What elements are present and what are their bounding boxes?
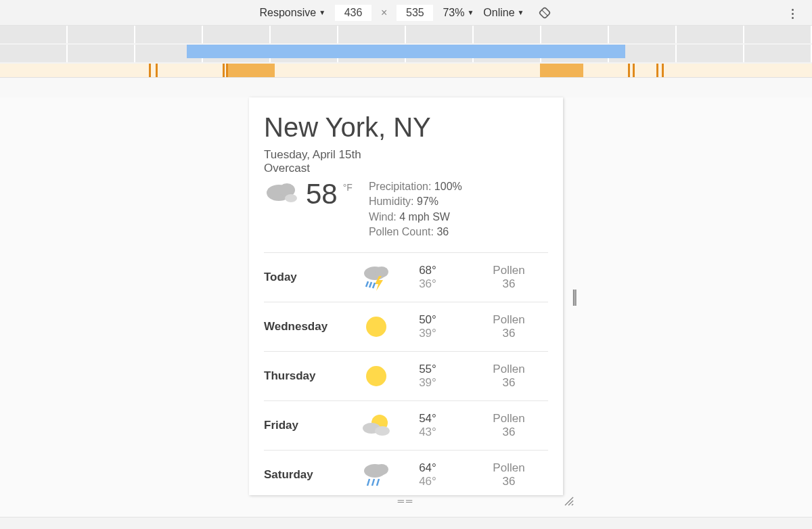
forecast-temps: 64°46° (401, 461, 455, 488)
svg-point-7 (285, 194, 297, 202)
weather-card: New York, NY Tuesday, April 15th Overcas… (249, 97, 563, 495)
svg-line-11 (366, 281, 368, 287)
forecast-temps: 50°39° (401, 313, 455, 340)
forecast-low: 39° (401, 327, 455, 340)
resize-handle-bottom[interactable]: ══ (398, 496, 414, 506)
status-bar (0, 517, 812, 529)
location-title: New York, NY (264, 112, 548, 143)
resize-handle-right[interactable]: || (571, 286, 575, 307)
humidity-value: 97% (417, 196, 438, 207)
forecast-row: Friday54°43°Pollen36 (264, 401, 548, 451)
chevron-down-icon: ▼ (319, 9, 325, 16)
mq-segment[interactable] (226, 64, 275, 77)
rain-icon (352, 461, 401, 488)
device-mode-select[interactable]: Responsive ▼ (260, 7, 326, 19)
viewport-canvas: || ══ New York, NY Tuesday, April 15th O… (0, 97, 812, 517)
zoom-select[interactable]: 73% ▼ (443, 7, 474, 19)
forecast-day: Wednesday (264, 320, 352, 334)
forecast-low: 46° (401, 475, 455, 488)
svg-line-22 (372, 479, 374, 486)
forecast-day: Saturday (264, 468, 352, 482)
rotate-icon[interactable] (537, 5, 552, 20)
svg-line-23 (377, 479, 379, 486)
forecast-pollen: Pollen36 (475, 264, 543, 291)
svg-line-4 (572, 504, 573, 505)
wind-label: Wind: (369, 211, 397, 223)
mq-tick[interactable] (223, 64, 225, 77)
throttle-label: Online (483, 7, 514, 19)
forecast-row: Today68°36°Pollen36 (264, 253, 548, 302)
precip-value: 100% (434, 181, 462, 192)
forecast-day: Friday (264, 419, 352, 432)
svg-point-9 (375, 267, 388, 277)
mq-tick[interactable] (628, 64, 630, 77)
viewport-width-input[interactable] (335, 5, 371, 21)
forecast-temps: 68°36° (401, 264, 455, 291)
forecast-temps: 55°39° (401, 363, 455, 390)
forecast-high: 68° (401, 264, 455, 277)
forecast-high: 55° (401, 363, 455, 376)
forecast-low: 39° (401, 376, 455, 390)
forecast-pollen: Pollen36 (475, 461, 543, 488)
forecast-day: Thursday (264, 369, 352, 383)
chevron-down-icon: ▼ (467, 9, 474, 16)
forecast-high: 54° (401, 412, 455, 426)
viewport-height-input[interactable] (397, 5, 433, 21)
mq-tick[interactable] (656, 64, 658, 77)
current-conditions: 58 °F Precipitation: 100% Humidity: 97% … (264, 178, 548, 253)
current-details: Precipitation: 100% Humidity: 97% Wind: … (369, 179, 462, 240)
media-query-bars (0, 26, 812, 78)
forecast-temps: 54°43° (401, 412, 455, 439)
overcast-icon (264, 178, 300, 208)
precip-label: Precipitation: (369, 181, 432, 192)
forecast-row: Wednesday50°39°Pollen36 (264, 302, 548, 352)
forecast-high: 64° (401, 461, 455, 475)
device-mode-label: Responsive (260, 7, 317, 19)
partly-cloudy-icon (352, 412, 401, 439)
mq-tick[interactable] (662, 64, 664, 77)
svg-line-12 (369, 282, 371, 288)
svg-point-18 (375, 426, 390, 436)
zoom-label: 73% (443, 7, 464, 19)
svg-line-13 (373, 283, 375, 288)
mq-tick[interactable] (633, 64, 635, 77)
sunny-icon (352, 313, 401, 340)
forecast-row: Saturday64°46°Pollen36 (264, 451, 548, 495)
mq-tick[interactable] (156, 64, 158, 77)
current-temp: 58 (306, 178, 338, 210)
forecast-list: Today68°36°Pollen36Wednesday50°39°Pollen… (264, 253, 548, 495)
forecast-day: Today (264, 271, 352, 284)
dimension-separator: × (381, 7, 387, 19)
svg-line-1 (542, 9, 549, 16)
device-toolbar: Responsive ▼ × 73% ▼ Online ▼ (0, 0, 812, 26)
breakpoint-range-bar[interactable] (187, 45, 625, 58)
svg-line-21 (367, 479, 369, 486)
more-options-icon[interactable] (785, 6, 800, 21)
humidity-label: Humidity: (369, 196, 414, 207)
forecast-low: 43° (401, 426, 455, 439)
sunny-icon (352, 363, 401, 390)
svg-point-20 (375, 464, 388, 475)
throttle-select[interactable]: Online ▼ (483, 7, 524, 19)
forecast-pollen: Pollen36 (475, 363, 543, 390)
breakpoint-blue-row[interactable] (0, 45, 812, 62)
mq-segment[interactable] (540, 64, 583, 77)
mq-tick[interactable] (226, 64, 228, 77)
pollen-value: 36 (436, 226, 449, 237)
breakpoint-orange-row[interactable] (0, 64, 812, 77)
forecast-low: 36° (401, 277, 455, 291)
breakpoint-top-row (0, 26, 812, 43)
date-text: Tuesday, April 15th (264, 148, 548, 162)
forecast-pollen: Pollen36 (475, 412, 543, 439)
forecast-high: 50° (401, 313, 455, 327)
temp-unit: °F (343, 182, 353, 193)
resize-handle-corner[interactable] (563, 495, 574, 506)
device-frame: || ══ New York, NY Tuesday, April 15th O… (249, 97, 563, 495)
chevron-down-icon: ▼ (518, 9, 524, 16)
forecast-row: Thursday55°39°Pollen36 (264, 352, 548, 401)
mq-tick[interactable] (149, 64, 151, 77)
forecast-pollen: Pollen36 (475, 313, 543, 340)
wind-value: 4 mph SW (399, 211, 450, 223)
thunder-rain-icon (352, 264, 401, 291)
condition-text: Overcast (264, 162, 548, 175)
